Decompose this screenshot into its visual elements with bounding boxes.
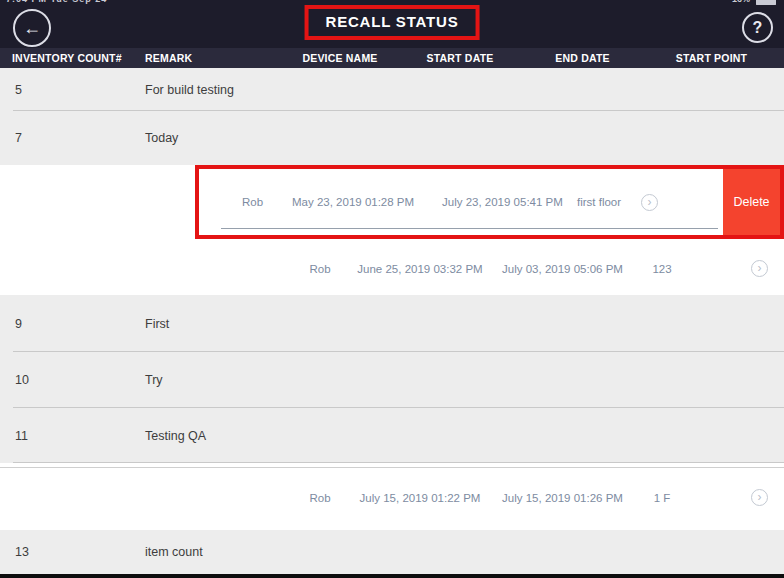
end-date-value: July 15, 2019 01:26 PM (495, 492, 630, 504)
page-title: RECALL STATUS (326, 13, 459, 30)
table-row-count-9[interactable]: 9 First (0, 295, 784, 352)
table-row-count-5[interactable]: 5 For build testing (0, 68, 784, 111)
status-bar-battery-percent: 16% (732, 0, 750, 4)
session-row-swiped[interactable]: Rob May 23, 2019 01:28 PM July 23, 2019 … (195, 169, 731, 235)
end-date-value: July 03, 2019 05:06 PM (495, 263, 630, 275)
inventory-count-value: 5 (0, 83, 133, 97)
remark-value: Today (133, 131, 280, 145)
back-button[interactable]: ← (13, 9, 51, 47)
remark-value: Try (133, 373, 280, 387)
inventory-count-value: 11 (0, 429, 133, 443)
table-row-count-11[interactable]: 11 Testing QA (0, 408, 784, 463)
bottom-edge-bar (0, 574, 784, 578)
header-end-date: END DATE (520, 52, 645, 64)
start-point-value: 1 F (630, 492, 694, 504)
header-remark: REMARK (133, 52, 280, 64)
highlight-red-box: Rob May 23, 2019 01:28 PM July 23, 2019 … (195, 165, 784, 239)
start-point-value: 123 (630, 263, 694, 275)
row-divider (221, 228, 718, 229)
inventory-count-value: 13 (0, 545, 133, 559)
recall-status-screen: 7:04 PM Tue Sep 24 16% ← RECALL STATUS ?… (0, 0, 784, 578)
table-row-count-10[interactable]: 10 Try (0, 352, 784, 408)
delete-button[interactable]: Delete (723, 169, 780, 235)
device-name-value: Rob (295, 492, 345, 504)
question-mark-icon: ? (753, 19, 763, 37)
remark-value: Testing QA (133, 429, 280, 443)
battery-icon (756, 0, 776, 5)
top-bar: 7:04 PM Tue Sep 24 16% ← RECALL STATUS ? (0, 0, 784, 48)
remark-value: item count (133, 545, 280, 559)
start-date-value: May 23, 2019 01:28 PM (292, 196, 442, 208)
start-point-value: first floor (577, 196, 641, 208)
header-start-point: START POINT (645, 52, 784, 64)
remark-value: For build testing (133, 83, 280, 97)
header-start-date: START DATE (400, 52, 520, 64)
header-inventory-count: INVENTORY COUNT# (0, 52, 133, 64)
chevron-right-icon[interactable]: › (751, 260, 768, 277)
session-row[interactable]: Rob June 25, 2019 03:32 PM July 03, 2019… (0, 242, 784, 295)
chevron-right-icon[interactable]: › (641, 194, 658, 211)
table-header-row: INVENTORY COUNT# REMARK DEVICE NAME STAR… (0, 48, 784, 68)
device-name-value: Rob (295, 263, 345, 275)
status-bar-time: 7:04 PM Tue Sep 24 (6, 0, 107, 4)
remark-value: First (133, 317, 280, 331)
table-row-count-13[interactable]: 13 item count (0, 530, 784, 574)
arrow-left-icon: ← (23, 18, 41, 39)
start-date-value: July 15, 2019 01:22 PM (345, 492, 495, 504)
inventory-count-value: 10 (0, 373, 133, 387)
chevron-right-icon[interactable]: › (751, 489, 768, 506)
table-row-count-7[interactable]: 7 Today (0, 111, 784, 165)
highlighted-session-row-wrap: Rob May 23, 2019 01:28 PM July 23, 2019 … (0, 165, 784, 242)
session-row[interactable]: Rob July 15, 2019 01:22 PM July 15, 2019… (0, 467, 784, 527)
inventory-count-value: 9 (0, 317, 133, 331)
end-date-value: July 23, 2019 05:41 PM (442, 196, 577, 208)
device-name-value: Rob (242, 196, 292, 208)
header-device-name: DEVICE NAME (280, 52, 400, 64)
help-button[interactable]: ? (742, 12, 773, 43)
inventory-count-value: 7 (0, 131, 133, 145)
title-highlight-box: RECALL STATUS (305, 5, 480, 40)
start-date-value: June 25, 2019 03:32 PM (345, 263, 495, 275)
